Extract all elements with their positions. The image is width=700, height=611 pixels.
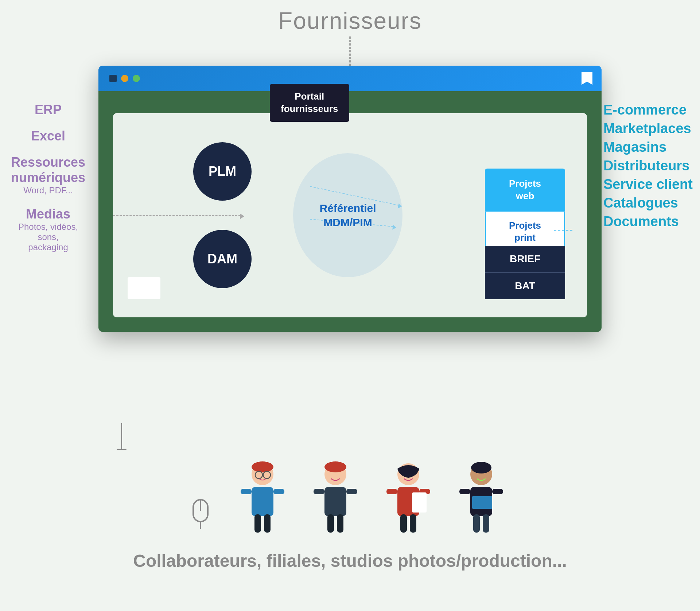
right-label-marketplaces: Marketplaces: [603, 121, 693, 136]
bat-box: BAT: [485, 273, 565, 299]
scene: Fournisseurs Portail fournisseurs: [0, 0, 700, 611]
browser-content: Portail fournisseurs PLM DAM Référent: [98, 91, 602, 332]
projets-area: Projets web Projets print: [485, 169, 565, 253]
fournisseurs-title: Fournisseurs: [278, 7, 422, 34]
mouse-icon: [190, 496, 211, 533]
svg-rect-22: [386, 489, 397, 494]
dot-green: [133, 75, 140, 82]
svg-point-4: [252, 461, 273, 472]
left-label-medias-sub: Photos, vidéos,sons,packaging: [11, 222, 85, 252]
right-label-catalogues: Catalogues: [603, 195, 693, 211]
svg-rect-26: [410, 514, 416, 533]
svg-rect-25: [400, 514, 407, 533]
person-2: [306, 460, 365, 540]
brief-bat-area: BRIEF BAT: [485, 246, 565, 299]
left-label-excel: Excel: [11, 128, 85, 144]
browser-dots: [109, 75, 140, 82]
svg-rect-6: [241, 489, 252, 494]
right-label-service-client: Service client: [603, 177, 693, 192]
right-label-ecommerce: E-commerce: [603, 102, 693, 118]
portail-box: Portail fournisseurs: [270, 84, 349, 122]
left-label-ressources: Ressourcesnumériques: [11, 155, 85, 185]
people-row: [190, 460, 510, 540]
brief-box: BRIEF: [485, 246, 565, 273]
svg-rect-8: [254, 514, 261, 533]
svg-point-14: [324, 461, 346, 472]
person-4: [452, 460, 510, 540]
svg-rect-16: [314, 489, 324, 494]
right-label-distributeurs: Distributeurs: [603, 158, 693, 174]
svg-rect-15: [324, 487, 346, 516]
dot-yellow: [121, 75, 128, 82]
bottom-section: Collaborateurs, filiales, studios photos…: [0, 452, 700, 582]
right-labels: E-commerce Marketplaces Magasins Distrib…: [603, 102, 693, 229]
projets-right-arrow: [554, 230, 572, 231]
svg-rect-33: [483, 514, 489, 533]
cable: [121, 423, 122, 449]
left-labels: ERP Excel Ressourcesnumériques Word, PDF…: [11, 102, 85, 252]
mdm-text: RéférentielMDM/PIM: [319, 201, 376, 229]
svg-rect-5: [252, 487, 273, 516]
left-label-medias: Medias: [11, 206, 85, 222]
browser-window: Portail fournisseurs PLM DAM Référent: [98, 66, 602, 332]
collaborateurs-text: Collaborateurs, filiales, studios photos…: [133, 551, 567, 571]
svg-point-28: [471, 462, 491, 473]
left-dashed-arrow: [113, 215, 241, 216]
svg-rect-32: [473, 514, 480, 533]
right-label-magasins: Magasins: [603, 139, 693, 155]
svg-rect-19: [337, 514, 343, 533]
left-label-erp: ERP: [11, 102, 85, 117]
person-1: [233, 460, 292, 540]
svg-rect-18: [327, 514, 334, 533]
svg-rect-30: [459, 489, 470, 494]
svg-rect-24: [412, 492, 427, 513]
white-rect: [128, 277, 160, 299]
svg-rect-34: [472, 496, 492, 509]
right-label-documents: Documents: [603, 214, 693, 229]
svg-rect-17: [346, 489, 357, 494]
bookmark-icon: [582, 72, 592, 85]
inner-area: PLM DAM RéférentielMDM/PIM: [113, 113, 587, 317]
arrow-fournisseurs: [350, 36, 351, 69]
svg-rect-7: [273, 489, 284, 494]
svg-rect-9: [264, 514, 271, 533]
central-oval: RéférentielMDM/PIM: [293, 153, 402, 277]
dam-circle: DAM: [193, 230, 252, 288]
svg-rect-31: [492, 489, 503, 494]
projets-web-box: Projets web: [485, 169, 565, 212]
dot-square: [109, 75, 117, 82]
plm-circle: PLM: [193, 142, 252, 201]
left-label-ressources-sub: Word, PDF...: [11, 185, 85, 196]
browser-bar: [98, 66, 602, 91]
person-3: [379, 460, 438, 540]
